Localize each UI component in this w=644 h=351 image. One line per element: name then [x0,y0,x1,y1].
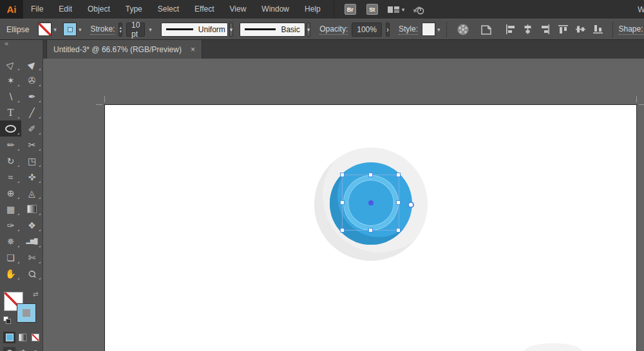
opacity-expand-button[interactable]: › [386,23,390,37]
shape-panel-link[interactable]: Shape: [619,24,643,35]
align-horizontal-center-icon[interactable] [522,24,533,35]
menu-view[interactable]: View [222,0,254,19]
stroke-weight-stepper[interactable]: ▴▾ [118,23,122,37]
stroke-dropdown-chevron-icon[interactable]: ▾ [79,26,82,33]
tool-zoom-tool[interactable]: Ϙ [21,265,43,281]
width-profile-select[interactable]: Uniform [161,23,228,37]
document-area: Untitled-3* @ 66.67% (RGB/Preview) × [43,40,644,351]
recolor-artwork-button[interactable] [456,23,470,37]
selection-handle[interactable] [396,173,401,177]
draw-normal-button[interactable] [3,347,15,351]
menu-window[interactable]: Window [254,0,297,19]
document-setup-button[interactable] [480,23,495,36]
fill-color-swatch[interactable] [38,23,52,36]
tool-ellipse-tool[interactable] [0,120,21,137]
selection-handle[interactable] [368,173,373,177]
tool-type-tool[interactable]: T [0,104,21,120]
align-vertical-top-icon[interactable] [558,24,569,35]
tool-rotate-tool[interactable]: ↻ [0,153,21,169]
menu-select[interactable]: Select [150,0,187,19]
arrange-documents-button[interactable]: ▾ [387,5,405,14]
stroke-weight-chevron-icon[interactable]: ▾ [149,26,152,33]
tool-puppet-warp-tool[interactable]: ✜ [21,169,43,185]
tool-selection-tool[interactable]: ▷ [0,56,21,72]
fill-dropdown-chevron-icon[interactable]: ▾ [53,26,57,33]
brush-definition-select[interactable]: Basic [240,23,305,37]
tool-eyedropper-tool[interactable]: ✑ [0,217,21,233]
canvas[interactable] [43,59,644,351]
artboard[interactable] [105,105,636,351]
menu-file[interactable]: File [23,0,51,19]
stroke-color-control[interactable] [17,303,36,323]
tool-width-tool[interactable]: ≈ [0,169,21,185]
menu-edit[interactable]: Edit [51,0,80,19]
tool-symbol-sprayer-tool[interactable]: ✵ [0,233,21,249]
stroke-color-swatch[interactable] [63,23,77,36]
live-shape-widget[interactable] [408,202,414,208]
tool-blend-tool[interactable]: ❖ [21,217,43,233]
default-fill-stroke-icon[interactable] [3,316,12,325]
swap-fill-stroke-icon[interactable]: ⇄ [33,290,38,298]
none-button[interactable] [30,332,42,343]
gradient-button[interactable] [16,332,28,343]
faint-background-shape[interactable] [524,343,583,351]
selection-handle[interactable] [340,173,345,177]
menu-effect[interactable]: Effect [187,0,222,19]
stroke-weight-input[interactable]: 10 pt [126,23,145,37]
draw-behind-button[interactable] [16,347,28,351]
tool-column-graph-tool[interactable]: ▂▆█ [21,233,43,249]
stock-button[interactable]: St [366,4,378,15]
tool-magic-wand-tool[interactable]: ✶ [0,72,21,88]
brush-definition-chevron-icon[interactable]: ▾ [307,23,311,37]
tool-lasso-tool[interactable]: ✇ [21,72,43,88]
selection-center-point[interactable] [368,200,374,205]
collapse-panel-button[interactable]: « [0,40,43,48]
tool-scale-tool[interactable]: ◳ [21,153,43,169]
tool-pencil-tool[interactable]: ✏ [0,137,21,153]
selection-handle[interactable] [396,200,401,205]
style-chevron-icon[interactable]: ▾ [437,26,440,33]
close-tab-icon[interactable]: × [191,45,195,54]
tool-line-segment-tool[interactable]: ╱ [21,104,43,120]
selection-handle[interactable] [396,228,401,232]
bridge-button[interactable]: Br [345,4,356,15]
workspace-switcher[interactable]: We [638,5,644,14]
menu-help[interactable]: Help [297,0,328,19]
tool-slice-tool[interactable]: ✄ [21,249,43,265]
align-horizontal-right-icon[interactable] [540,24,551,35]
tool-perspective-grid-tool[interactable]: ◬ [21,185,43,201]
tool-paintbrush-tool[interactable]: ✐ [21,120,43,137]
stepper-down-icon[interactable]: ▾ [119,30,122,33]
drawing-mode-buttons [3,347,43,351]
tool-scissors-tool[interactable]: ✂ [21,137,43,153]
align-vertical-bottom-icon[interactable] [592,24,603,35]
menu-object[interactable]: Object [80,0,118,19]
tool-artboard-tool[interactable]: ❏ [0,249,21,265]
tool-pen-tool[interactable]: ✒ [21,88,43,104]
tool-mesh-tool[interactable]: ▦ [0,201,21,217]
tool-shape-builder-tool[interactable]: ⊕ [0,185,21,201]
selection-handle[interactable] [340,228,345,232]
sync-status-icon[interactable] [412,4,425,15]
align-vertical-center-icon[interactable] [575,24,586,35]
draw-inside-button[interactable] [30,347,42,351]
align-horizontal-left-icon[interactable] [505,24,516,35]
style-swatch[interactable] [422,23,435,36]
selection-handle[interactable] [368,228,373,232]
style-panel-link[interactable]: Style: [399,24,418,35]
width-profile-chevron-icon[interactable]: ▾ [229,23,234,37]
tool-curvature-tool[interactable]: ∖ [0,88,21,104]
color-button[interactable] [3,332,15,343]
tool-hand-tool[interactable]: ✋ [0,265,21,281]
opacity-panel-link[interactable]: Opacity: [319,24,348,35]
tool-direct-selection-tool[interactable]: ▶ [21,56,43,72]
menu-type[interactable]: Type [118,0,150,19]
illustrator-logo[interactable]: Ai [0,0,23,19]
crop-mark [636,96,637,102]
uniform-profile-preview [166,28,193,30]
opacity-input[interactable]: 100% [352,23,382,37]
selection-handle[interactable] [340,200,345,205]
tool-gradient-tool[interactable] [21,201,43,217]
stroke-panel-link[interactable]: Stroke: [90,24,115,35]
document-tab[interactable]: Untitled-3* @ 66.67% (RGB/Preview) × [46,40,202,59]
